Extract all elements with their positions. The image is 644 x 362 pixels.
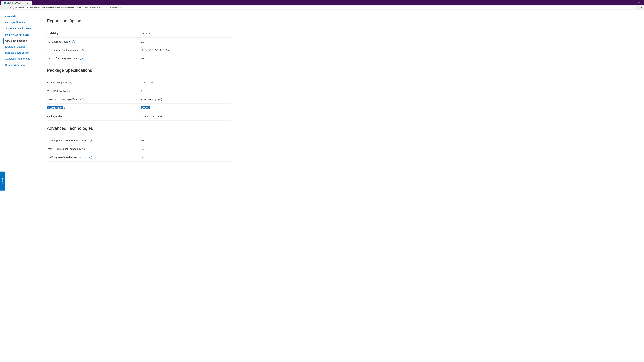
pci-configurations-dagger: †	[79, 49, 80, 51]
tab-favicon	[4, 2, 6, 4]
spec-row-max-cpu-config: Max CPU Configuration 1	[47, 87, 232, 95]
pci-configurations-info-icon[interactable]: ?	[81, 49, 84, 51]
menu-icon[interactable]: ⋮	[640, 6, 643, 8]
spec-row-scalability: Scalability 1S Only	[47, 29, 232, 37]
new-tab-button[interactable]: +	[32, 2, 36, 5]
close-window-icon[interactable]: ×	[642, 1, 643, 3]
tab-area: Intel® Core™ i5-8400 P... × +	[1, 0, 36, 5]
spec-value-thermal-solution: PCG 2015C (65W)	[141, 98, 232, 101]
maximize-icon[interactable]: □	[638, 1, 640, 3]
main-content: Expansion Options Scalability 1S Only PC…	[40, 10, 242, 362]
feedback-label: Feedback	[1, 177, 4, 186]
spec-label-pci-express-configurations: PCI Express Configurations † ?	[47, 49, 141, 51]
spec-row-turbo-boost: Intel® Turbo Boost Technology † ? 2.0	[47, 145, 232, 153]
hyper-threading-info-icon[interactable]: ?	[90, 156, 92, 159]
optane-dagger: †	[88, 140, 89, 141]
thermal-info-icon[interactable]: ?	[82, 98, 85, 101]
package-specifications-header: Package Specifications	[47, 68, 232, 75]
tab-title: Intel® Core™ i5-8400 P...	[7, 2, 28, 4]
spec-value-package-size: 37.5mm x 37.5mm	[141, 115, 232, 118]
minimize-icon[interactable]: —	[634, 1, 636, 3]
sidebar-item-memory-specifications[interactable]: Memory Specifications	[3, 32, 40, 38]
sidebar-item-security-reliability[interactable]: Security & Reliability	[3, 62, 40, 68]
hyper-threading-dagger: †	[88, 156, 88, 158]
spec-row-hyper-threading: Intel® Hyper-Threading Technology † ? No	[47, 153, 232, 162]
address-bar[interactable]	[13, 6, 636, 9]
t-junction-value-text: 100°C	[141, 106, 150, 109]
spec-row-optane-memory: Intel® Optane™ Memory Supported † ? Yes	[47, 136, 232, 145]
spec-row-pci-express-revision: PCI Express Revision ? 3.0	[47, 37, 232, 46]
forward-button[interactable]: ›	[5, 6, 7, 9]
spec-row-thermal-solution: Thermal Solution Specification ? PCG 201…	[47, 95, 232, 104]
tab-close-icon[interactable]: ×	[29, 2, 30, 4]
t-junction-info-icon[interactable]: ?	[64, 107, 67, 109]
spec-value-pci-express-revision: 3.0	[141, 40, 232, 43]
spec-label-sockets-supported: Sockets Supported ?	[47, 81, 141, 84]
spec-value-turbo-boost: 2.0	[141, 147, 232, 150]
browser-chrome: Intel® Core™ i5-8400 P... × + — □ ×	[0, 0, 644, 5]
spec-row-package-size: Package Size 37.5mm x 37.5mm	[47, 112, 232, 121]
spec-value-t-junction: 100°C	[141, 106, 232, 109]
spec-label-t-junction: T JUNCTION ?	[47, 106, 141, 109]
spec-row-pci-express-configurations: PCI Express Configurations † ? Up to 1x1…	[47, 46, 232, 54]
spec-value-scalability: 1S Only	[141, 32, 232, 35]
spec-value-pci-express-configurations: Up to 1x16, 2x8, 1x8+2x4	[141, 49, 232, 51]
spec-row-sockets-supported: Sockets Supported ? FCLGA1151	[47, 78, 232, 87]
browser-nav: ‹ › ↺ ☆ ⋮	[0, 5, 644, 10]
sidebar-item-essentials[interactable]: Essentials	[3, 13, 40, 19]
sidebar-item-expansion-options[interactable]: Expansion Options	[3, 44, 40, 50]
max-pci-lanes-info-icon[interactable]: ?	[80, 57, 82, 60]
sidebar-item-package-specifications[interactable]: Package Specifications	[3, 50, 40, 56]
pci-revision-info-icon[interactable]: ?	[72, 40, 75, 43]
nav-icons: ☆ ⋮	[637, 6, 643, 8]
advanced-technologies-header: Advanced Technologies	[47, 126, 232, 133]
sidebar-item-supplemental-information[interactable]: Supplemental Information	[3, 25, 40, 31]
spec-label-thermal-solution: Thermal Solution Specification ?	[47, 98, 141, 101]
spec-value-max-cpu-config: 1	[141, 89, 232, 92]
spec-value-sockets-supported: FCLGA1151	[141, 81, 232, 84]
bookmark-icon[interactable]: ☆	[637, 6, 639, 8]
spec-row-t-junction: T JUNCTION ? 100°C	[47, 104, 232, 112]
t-junction-label-text: T JUNCTION	[47, 106, 63, 109]
spec-value-optane-memory: Yes	[141, 139, 232, 142]
spec-label-scalability: Scalability	[47, 32, 141, 35]
spec-row-max-pci-lanes: Max # of PCI Express Lanes ? 16	[47, 54, 232, 63]
expansion-options-header: Expansion Options	[47, 18, 232, 26]
turbo-boost-dagger: †	[82, 148, 83, 150]
sidebar: Essentials CPU Specifications Supplement…	[0, 10, 40, 362]
sockets-info-icon[interactable]: ?	[69, 81, 72, 84]
sidebar-item-advanced-technologies[interactable]: Advanced Technologies	[3, 56, 40, 62]
spec-label-max-cpu-config: Max CPU Configuration	[47, 89, 141, 92]
optane-info-icon[interactable]: ?	[90, 139, 93, 142]
spec-label-optane-memory: Intel® Optane™ Memory Supported † ?	[47, 139, 141, 142]
turbo-boost-info-icon[interactable]: ?	[84, 148, 87, 150]
sidebar-item-gpu-specifications[interactable]: GPU Specifications	[3, 38, 40, 44]
page-wrapper: Essentials CPU Specifications Supplement…	[0, 10, 644, 362]
feedback-tab[interactable]: Feedback	[0, 172, 5, 191]
spec-label-package-size: Package Size	[47, 115, 141, 118]
active-tab[interactable]: Intel® Core™ i5-8400 P... ×	[1, 1, 32, 5]
back-button[interactable]: ‹	[1, 6, 4, 9]
spec-label-hyper-threading: Intel® Hyper-Threading Technology † ?	[47, 156, 141, 159]
spec-label-max-pci-lanes: Max # of PCI Express Lanes ?	[47, 57, 141, 60]
spec-label-pci-express-revision: PCI Express Revision ?	[47, 40, 141, 43]
spec-value-max-pci-lanes: 16	[141, 57, 232, 60]
spec-label-turbo-boost: Intel® Turbo Boost Technology † ?	[47, 147, 141, 150]
spec-value-hyper-threading: No	[141, 156, 232, 159]
sidebar-item-cpu-specifications[interactable]: CPU Specifications	[3, 19, 40, 25]
reload-button[interactable]: ↺	[8, 6, 12, 9]
